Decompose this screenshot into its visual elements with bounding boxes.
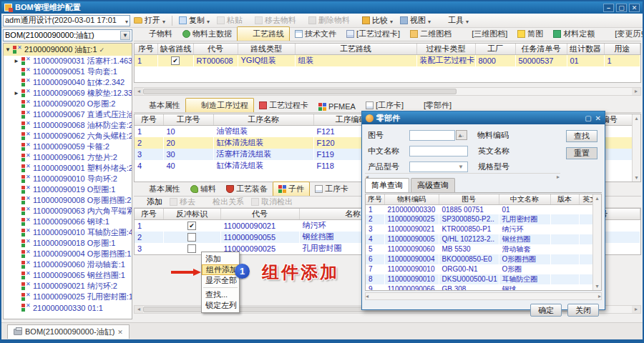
scroll-down-icon[interactable]: ▼	[458, 164, 464, 170]
tree-node[interactable]: ► 110000090020 O形圈:2 ✓	[4, 99, 132, 109]
main-tab[interactable]: 材料定额	[548, 27, 600, 41]
toolbar-button[interactable]: 粘贴	[213, 14, 251, 27]
scroll-right-icon[interactable]: ▸	[632, 306, 640, 313]
default-route-checkbox[interactable]: ✔	[171, 56, 180, 65]
toolbar-button[interactable]: 删除物料	[305, 14, 358, 27]
context-menu-item[interactable]: 显示全部	[202, 275, 239, 286]
scroll-down-icon[interactable]: ▾	[635, 174, 638, 181]
main-tab[interactable]: 工艺路线	[237, 26, 290, 41]
ok-button[interactable]: 确定	[530, 304, 562, 317]
tree-node[interactable]: ► 110000090051 导向套:1 ✓	[4, 66, 132, 77]
expander-icon[interactable]: ►	[14, 90, 19, 96]
horizontal-scrollbar[interactable]: ◂ ▸	[134, 87, 641, 96]
tree-node[interactable]: ► 110000090040 缸体:2.342 ✓	[4, 77, 132, 88]
scroll-left-icon[interactable]: ◂	[135, 88, 143, 95]
tree-node[interactable]: ► 110000090004 O形圈挡圈:1 ✓	[4, 249, 132, 259]
parts-row[interactable]: 6110000090004 BKO000850-E0O形圈挡圈	[366, 254, 601, 264]
context-menu-item[interactable]: 添加	[202, 254, 239, 264]
tree-node[interactable]: ► 110000090018 O形圈:1 ✓	[4, 238, 132, 249]
main-tab[interactable]: 简图	[512, 27, 548, 41]
dialog-close-button[interactable]: 关闭	[567, 304, 599, 317]
toolbar-button[interactable]: 复制	[175, 14, 213, 27]
scroll-left-icon[interactable]: ◂	[135, 306, 143, 313]
tree-node[interactable]: ► 210000000330 01:1 ✓	[4, 302, 132, 313]
scroll-up-icon[interactable]: ▴	[595, 195, 598, 202]
main-tab[interactable]: 子物料	[134, 27, 177, 41]
close-tab-icon[interactable]: ✕	[117, 329, 123, 336]
operation-detail-tab[interactable]: 基本属性	[134, 182, 185, 196]
operation-detail-tab[interactable]: 工序卡	[310, 182, 353, 196]
parts-row[interactable]: 7110000090010 ORG00-N1O形圈	[366, 264, 601, 274]
tree-node[interactable]: ► 110000090068 油杯防尘套:2 ✓	[4, 120, 132, 131]
tree-node[interactable]: ► 110000090059 卡箍:2 ✓	[4, 141, 132, 152]
toolbar-button[interactable]: 移去物料	[251, 14, 305, 27]
child-toolbar-button[interactable]: 取消检出	[251, 196, 293, 209]
child-toolbar-button[interactable]: 移去	[170, 196, 195, 209]
tree-node[interactable]: ► 110000090063 内六角平端紧定螺钉:1 ✓	[4, 206, 132, 217]
parts-row[interactable]: 8110000090010 DKSU000500-U1耳轴防尘圈	[366, 274, 601, 284]
child-toolbar-button[interactable]: 检出关系	[203, 196, 244, 209]
chinese-name-input[interactable]	[409, 146, 468, 156]
tree-node[interactable]: ► 110000090066 钢球:1 ✓	[4, 217, 132, 227]
context-menu-item[interactable]: 组件添加	[202, 264, 239, 275]
backflush-checkbox[interactable]	[187, 244, 196, 253]
profile-combobox[interactable]: adm通用设计(2020-03-01 17:01	[3, 15, 130, 26]
context-menu-item[interactable]: 查找...	[202, 289, 239, 300]
route-row[interactable]: 1 ✔ RT000608YGIQ组装 组装装配工艺过程卡 80005000053…	[135, 55, 640, 66]
scroll-thumb[interactable]	[143, 89, 457, 94]
open-button[interactable]: 打开	[130, 14, 169, 27]
route-detail-tab[interactable]: PFMEA	[313, 101, 361, 112]
close-button[interactable]: ✕	[629, 4, 640, 12]
query-tab[interactable]: 简单查询	[365, 178, 409, 192]
main-tab[interactable]: [工艺过程卡]	[341, 27, 405, 41]
tree-node[interactable]: ► 110000090010 耳轴防尘圈:4 ✓	[4, 227, 132, 238]
scroll-right-icon[interactable]: ▸	[632, 88, 640, 95]
parts-row[interactable]: 3110000090021 KTR000850-P1纳污环	[366, 224, 601, 234]
parts-row[interactable]: 4110000090005 Q/HL 102123-2..钢丝挡圈	[366, 234, 601, 244]
tree-node[interactable]: ► 110000090062 六角头螺柱:2 ✓	[4, 131, 132, 141]
tree-node[interactable]: ► 110000090019 O型圈:1 ✓	[4, 184, 132, 195]
minimize-button[interactable]: –	[603, 4, 614, 12]
main-tab[interactable]: [三维图档]	[457, 27, 512, 41]
vertical-scrollbar[interactable]: ▴ ▾	[592, 194, 601, 290]
main-tab[interactable]: [变更历史]	[600, 27, 644, 41]
main-tab[interactable]: 物料主数据	[177, 27, 237, 41]
backflush-checkbox[interactable]	[187, 233, 196, 242]
operation-detail-tab[interactable]: 子件	[273, 182, 310, 196]
route-detail-tab[interactable]: 制造工序过程	[185, 98, 254, 112]
main-tab[interactable]: 二维图档	[405, 27, 457, 41]
tree-node[interactable]: ► 110000090025 孔用密封圈:1 ✓	[4, 292, 132, 302]
tree-node[interactable]: ► 110000090008 O形圈挡圈:2 ✓	[4, 195, 132, 206]
tree-root-node[interactable]: ▼ 21000090000 油缸:1 ✓	[4, 44, 132, 56]
toolbar-button[interactable]: 比较	[358, 14, 396, 27]
maximize-button[interactable]: ▢	[616, 4, 627, 12]
operation-detail-tab[interactable]: 工艺装备	[221, 182, 273, 196]
tree-node[interactable]: ► 110000090010 导向环:2 ✓	[4, 174, 132, 184]
tree-node[interactable]: ► 110000090060 滑动轴套:1 ✓	[4, 259, 132, 270]
dialog-maximize-icon[interactable]: ▢	[585, 114, 591, 122]
vertical-scrollbar[interactable]: ▴ ▾	[632, 114, 640, 182]
tree-node[interactable]: ► 110000090001 塑料外堵头:2 ✓	[4, 163, 132, 174]
tree-node[interactable]: ► 110000090061 方垫片:2 ✓	[4, 152, 132, 163]
toolbar-button[interactable]: 视图	[396, 14, 434, 27]
horizontal-scrollbar[interactable]: ◂▸	[365, 292, 602, 300]
child-toolbar-button[interactable]: 添加	[137, 196, 162, 209]
parts-row[interactable]: 1210000000330 01885 0075101	[366, 205, 601, 214]
parts-row[interactable]: 5110000090060 MB 5530滑动轴套	[366, 244, 601, 254]
tree-node[interactable]: ► 110000090065 钢丝挡圈:1 ✓	[4, 270, 132, 281]
tree-node[interactable]: ► 110000090021 纳污环:2 ✓	[4, 281, 132, 292]
scroll-up-icon[interactable]: ▴	[635, 115, 638, 121]
drawing-no-input[interactable]	[409, 130, 455, 141]
parts-row[interactable]: 9110000090066 GB 308钢球	[366, 284, 601, 292]
status-tab[interactable]: BOM(21000090000-油缸) ✕	[7, 324, 130, 339]
expander-icon[interactable]: ▼	[5, 46, 11, 53]
context-menu-item[interactable]: 锁定左列	[202, 300, 239, 311]
bom-view-combobox[interactable]: BOM(21000090000:油缸) ▼	[3, 29, 132, 41]
main-tab[interactable]: 技术文件	[290, 27, 341, 41]
search-button[interactable]: 查找	[566, 130, 597, 142]
toolbar-button[interactable]: 工具	[434, 14, 472, 27]
backflush-checkbox[interactable]: ✔	[187, 222, 196, 230]
parts-row[interactable]: 2110000090025 SP3000850-P2..孔用密封圈	[366, 214, 601, 224]
tree-node[interactable]: ► 110000090069 橡胶垫:12.334 ✓	[4, 88, 132, 99]
scroll-down-icon[interactable]: ▾	[595, 283, 598, 289]
